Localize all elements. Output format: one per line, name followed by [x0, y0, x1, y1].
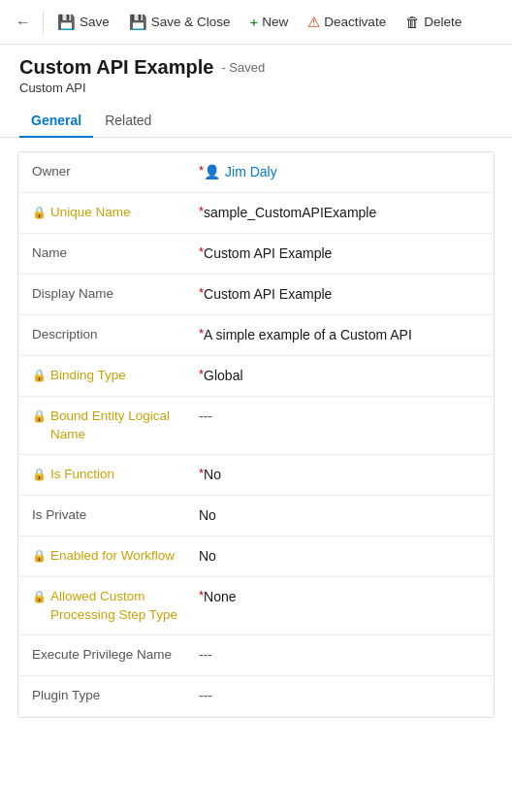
field-label-cell: Execute Privilege Name: [32, 645, 197, 665]
field-value-user-link[interactable]: 👤Jim Daly: [204, 163, 277, 182]
delete-label: Delete: [424, 15, 462, 29]
field-value-cell: No: [204, 465, 480, 485]
deactivate-icon: ⚠: [307, 14, 320, 31]
field-label: Owner: [32, 163, 71, 181]
form-row: 🔒Bound Entity Logical Name---: [18, 397, 494, 455]
field-value: Custom API Example: [204, 244, 332, 264]
field-value: A simple example of a Custom API: [204, 326, 412, 345]
saved-status: - Saved: [221, 60, 265, 75]
delete-button[interactable]: 🗑 Delete: [398, 9, 469, 35]
field-label-cell: Is Private: [32, 505, 197, 525]
field-value: Global: [204, 367, 242, 386]
field-value-cell: No: [199, 546, 480, 567]
field-label: Execute Privilege Name: [32, 646, 172, 665]
field-value: ---: [199, 407, 212, 427]
form-row: 🔒Allowed Custom Processing Step Type*Non…: [18, 577, 494, 635]
field-label-cell: 🔒Bound Entity Logical Name: [32, 406, 197, 444]
field-label: Is Private: [32, 506, 86, 525]
deactivate-button[interactable]: ⚠ Deactivate: [300, 9, 394, 36]
field-value: ---: [199, 646, 212, 666]
new-button[interactable]: + New: [242, 9, 297, 35]
tab-general[interactable]: General: [19, 105, 93, 138]
save-label: Save: [80, 15, 110, 29]
save-icon: 💾: [57, 14, 76, 31]
lock-icon: 🔒: [32, 369, 47, 382]
field-value-cell: None: [204, 587, 480, 607]
field-label-cell: 🔒Allowed Custom Processing Step Type: [32, 587, 197, 625]
field-label: Enabled for Workflow: [50, 547, 175, 566]
field-value-cell: Custom API Example: [204, 244, 480, 264]
field-value-cell: sample_CustomAPIExample: [204, 203, 480, 223]
field-label-cell: 🔒Is Function: [32, 465, 197, 484]
field-value: Custom API Example: [204, 285, 332, 305]
field-value: No: [204, 466, 221, 485]
form-row: Execute Privilege Name---: [18, 635, 494, 676]
field-value-cell: A simple example of a Custom API: [204, 325, 480, 345]
lock-icon: 🔒: [32, 468, 47, 481]
field-value: sample_CustomAPIExample: [204, 204, 376, 223]
back-button[interactable]: ←: [10, 9, 37, 36]
deactivate-label: Deactivate: [324, 15, 386, 29]
field-value-cell: ---: [199, 645, 480, 666]
lock-icon: 🔒: [32, 549, 47, 563]
form-section: Owner*👤Jim Daly🔒Unique Name*sample_Custo…: [17, 151, 495, 718]
page-header: Custom API Example - Saved Custom API: [0, 45, 512, 95]
field-label-cell: Display Name: [32, 284, 197, 304]
page-title: Custom API Example: [19, 56, 213, 79]
field-label: Bound Entity Logical Name: [50, 407, 197, 444]
field-value: None: [204, 588, 236, 607]
field-label-cell: Owner: [32, 162, 197, 181]
field-label: Description: [32, 326, 98, 344]
field-value-cell: No: [199, 505, 480, 526]
toolbar: ← 💾 Save 💾 Save & Close + New ⚠ Deactiva…: [0, 0, 512, 45]
field-value-cell: ---: [199, 686, 480, 706]
field-label-cell: Name: [32, 244, 197, 263]
save-button[interactable]: 💾 Save: [49, 9, 117, 36]
toolbar-separator-1: [43, 11, 44, 34]
form-row: 🔒Binding Type*Global: [18, 356, 494, 397]
page-subtitle: Custom API: [19, 81, 493, 95]
field-value-cell: ---: [199, 406, 480, 427]
field-label: Display Name: [32, 285, 113, 304]
form-row: Display Name*Custom API Example: [18, 275, 494, 315]
form-row: 🔒Unique Name*sample_CustomAPIExample: [18, 193, 494, 234]
save-close-button[interactable]: 💾 Save & Close: [121, 9, 239, 36]
tab-related[interactable]: Related: [93, 105, 163, 138]
lock-icon: 🔒: [32, 590, 47, 603]
field-label: Unique Name: [50, 204, 131, 222]
field-label-cell: Description: [32, 325, 197, 344]
field-label-cell: Plugin Type: [32, 686, 197, 705]
field-value: ---: [199, 687, 212, 706]
delete-icon: 🗑: [405, 14, 420, 30]
new-icon: +: [250, 14, 259, 30]
new-label: New: [262, 15, 288, 29]
field-label: Name: [32, 244, 67, 263]
field-label: Is Function: [50, 466, 114, 484]
user-icon: 👤: [204, 163, 220, 182]
back-icon: ←: [16, 14, 31, 31]
tabs: General Related: [0, 95, 512, 138]
field-value-cell: 👤Jim Daly: [204, 162, 480, 182]
lock-icon: 🔒: [32, 409, 47, 423]
save-close-label: Save & Close: [151, 15, 231, 29]
form-row: Name*Custom API Example: [18, 234, 494, 275]
form-row: 🔒Is Function*No: [18, 455, 494, 496]
form-row: Is PrivateNo: [18, 496, 494, 536]
form-row: Description*A simple example of a Custom…: [18, 315, 494, 356]
field-label-cell: 🔒Unique Name: [32, 203, 197, 222]
field-label: Binding Type: [50, 367, 126, 385]
form-row: Owner*👤Jim Daly: [18, 152, 494, 193]
field-label: Plugin Type: [32, 687, 100, 705]
field-value: No: [199, 506, 216, 526]
field-label-cell: 🔒Enabled for Workflow: [32, 546, 197, 566]
field-label-cell: 🔒Binding Type: [32, 366, 197, 385]
form-row: 🔒Enabled for WorkflowNo: [18, 536, 494, 577]
lock-icon: 🔒: [32, 206, 47, 219]
form-row: Plugin Type---: [18, 676, 494, 717]
field-value: No: [199, 547, 216, 567]
field-value-cell: Custom API Example: [204, 284, 480, 305]
field-label: Allowed Custom Processing Step Type: [50, 588, 197, 625]
field-value-cell: Global: [204, 366, 480, 386]
save-close-icon: 💾: [129, 14, 147, 31]
